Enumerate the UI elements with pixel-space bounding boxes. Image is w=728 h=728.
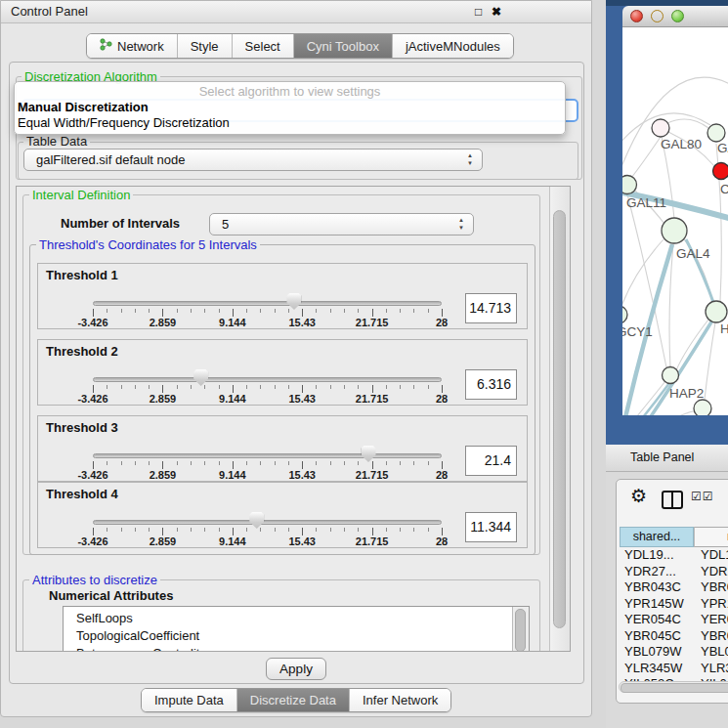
numerical-attributes-list: SelfLoops TopologicalCoefficient Between… <box>63 606 530 652</box>
table-row[interactable]: YBL079WYBL0 <box>617 644 728 661</box>
node-hap2[interactable] <box>663 367 679 384</box>
combo-stepper-icon: ▲▼ <box>456 216 466 232</box>
interval-definition-group: Interval Definition Number of Intervals … <box>22 194 540 555</box>
threshold-3-slider-handle[interactable] <box>362 446 376 462</box>
dropdown-option-equal-width[interactable]: Equal Width/Frequency Discretization <box>15 115 565 131</box>
num-intervals-combobox[interactable]: 5 ▲▼ <box>209 213 474 236</box>
threshold-3-label: Threshold 3 <box>46 420 118 435</box>
tab-style-label: Style <box>191 39 219 54</box>
dropdown-option-manual[interactable]: Manual Discretization <box>15 100 565 115</box>
settings-scrollpane: Interval Definition Number of Intervals … <box>16 186 571 652</box>
threshold-4-slider-handle[interactable] <box>249 512 264 529</box>
thresholds-group: Threshold's Coordinates for 5 Intervals … <box>29 244 535 555</box>
threshold-3-value-field[interactable]: 21.4 <box>465 446 517 476</box>
threshold-1-slider-track[interactable] <box>93 301 442 306</box>
threshold-1-value-field[interactable]: 14.713 <box>465 293 517 323</box>
node-h[interactable] <box>706 301 727 322</box>
table-row[interactable]: YER054CYER0 <box>617 612 728 628</box>
tab-infer-network[interactable]: Infer Network <box>349 689 450 711</box>
tab-jactivemnodules[interactable]: jActiveMNodules <box>392 34 513 58</box>
table-row[interactable]: YLR345WYLR3 <box>617 661 728 677</box>
threshold-1-label: Threshold 1 <box>46 268 118 282</box>
list-item[interactable]: SelfLoops <box>64 610 529 627</box>
threshold-2-value-field[interactable]: 6.316 <box>465 369 517 400</box>
table-horizontal-scrollbar[interactable] <box>619 681 728 693</box>
tab-discretize-data[interactable]: Discretize Data <box>236 689 349 711</box>
label-gal4: GAL4 <box>676 246 710 261</box>
settings-vertical-scrollbar[interactable] <box>549 187 571 651</box>
node-gal4[interactable] <box>662 218 687 243</box>
node-gcy1[interactable] <box>622 306 627 323</box>
column-header-name[interactable]: na <box>694 527 728 547</box>
table-row[interactable]: YBR043CYBR0 <box>617 579 728 596</box>
threshold-2-slider-handle[interactable] <box>193 369 208 386</box>
table-data-combobox[interactable]: galFiltered.sif default node ▲▼ <box>23 149 483 171</box>
window-title: Control Panel <box>11 1 88 22</box>
node-gal11[interactable] <box>622 176 637 194</box>
cell: YBL079W <box>624 644 682 660</box>
algorithm-dropdown-popup: Select algorithm to view settings Manual… <box>14 81 566 135</box>
label-gcy1: GCY1 <box>622 324 653 339</box>
tab-style[interactable]: Style <box>177 34 232 58</box>
num-intervals-value: 5 <box>222 214 229 235</box>
list-scrollbar[interactable] <box>512 607 529 652</box>
node-selected-red[interactable] <box>713 163 728 180</box>
cell: YLR345W <box>624 661 682 676</box>
split-columns-icon[interactable] <box>662 491 683 509</box>
threshold-2-tick-labels: -3.4262.8599.14415.4321.71528 <box>93 393 442 405</box>
dropdown-placeholder: Select algorithm to view settings <box>15 83 565 100</box>
table-rows: YDL19...YDL1 YDR27...YDR2 YBR043CYBR0 YP… <box>617 547 728 681</box>
label-hap2: HAP2 <box>669 386 704 401</box>
threshold-1-slider-handle[interactable] <box>286 293 301 310</box>
cell: YBR0 <box>701 579 728 595</box>
cell: YBR045C <box>624 628 681 644</box>
threshold-4-slider-track[interactable] <box>93 520 442 525</box>
table-row[interactable]: YDR27...YDR2 <box>617 564 728 580</box>
tab-network[interactable]: Network <box>87 34 177 58</box>
node-gal80[interactable] <box>652 119 669 137</box>
list-item[interactable]: BetweennessCentrality <box>64 645 529 652</box>
network-window-titlebar[interactable] <box>622 6 728 27</box>
tab-cyni-toolbox[interactable]: Cyni Toolbox <box>293 34 392 58</box>
table-data-value: galFiltered.sif default node <box>36 150 185 170</box>
threshold-3-slider-track[interactable] <box>93 453 442 458</box>
threshold-2-panel: Threshold 2 -3.4262.8599.14415.4321.7152… <box>37 339 528 406</box>
cell: YBR043C <box>624 579 681 595</box>
minimize-traffic-light[interactable] <box>651 10 664 22</box>
close-traffic-light[interactable] <box>630 10 643 22</box>
float-window-icon[interactable]: □ <box>475 4 482 20</box>
select-columns-icons[interactable]: ☑☑ <box>691 490 714 503</box>
table-row[interactable]: YBR045CYBR0 <box>617 628 728 645</box>
threshold-3-panel: Threshold 3 -3.4262.8599.14415.4321.7152… <box>37 415 528 482</box>
network-view-canvas[interactable]: GAL80 GA C GAL11 GAL4 GCY1 H HAP2 <box>622 27 728 415</box>
cell: YDR2 <box>701 564 728 579</box>
table-row[interactable]: YDL19...YDL1 <box>617 547 728 564</box>
close-window-icon[interactable]: ✖ <box>492 4 501 20</box>
node-top-right[interactable] <box>707 124 725 142</box>
tab-select[interactable]: Select <box>232 34 293 58</box>
cell: YDR27... <box>624 564 676 579</box>
attributes-group-title: Attributes to discretize <box>29 573 160 587</box>
table-scrollbar-thumb[interactable] <box>621 683 728 693</box>
threshold-4-tick-labels: -3.4262.8599.14415.4321.71528 <box>93 535 442 547</box>
list-scrollbar-thumb[interactable] <box>515 609 526 652</box>
control-panel-titlebar: Control Panel □ ✖ <box>1 1 591 23</box>
threshold-4-value-field[interactable]: 11.344 <box>465 512 517 542</box>
table-panel-card: ⚙ ☑☑ shared... na YDL19...YDL1 YDR27...Y… <box>616 479 728 704</box>
gear-icon[interactable]: ⚙ <box>630 486 647 507</box>
cell: YBL0 <box>701 644 728 660</box>
zoom-traffic-light[interactable] <box>671 10 684 22</box>
tab-impute-data[interactable]: Impute Data <box>142 689 236 711</box>
label-red-node: C <box>720 182 728 196</box>
label-gal11: GAL11 <box>626 195 666 210</box>
settings-scrollbar-thumb[interactable] <box>553 210 566 628</box>
cell: YER054C <box>624 612 681 627</box>
threshold-2-slider-track[interactable] <box>93 377 442 382</box>
cell: YDL1 <box>701 547 728 563</box>
table-row[interactable]: YPR145WYPR1 <box>617 596 728 613</box>
list-item[interactable]: TopologicalCoefficient <box>64 627 529 645</box>
tab-discretize-data-label: Discretize Data <box>250 690 336 710</box>
apply-button[interactable]: Apply <box>266 658 326 680</box>
node-bottom[interactable] <box>694 400 711 415</box>
column-header-shared[interactable]: shared... <box>620 527 694 547</box>
